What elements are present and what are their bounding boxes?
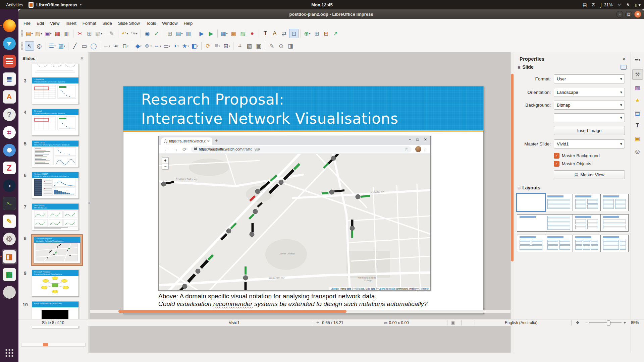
slide-row-4[interactable]: 4ResearchVisualisation Recommender Syste… bbox=[18, 109, 88, 136]
start-from-current-slide-button[interactable]: ▶ bbox=[207, 29, 215, 38]
new-tab-button[interactable]: + bbox=[215, 138, 218, 143]
slide-thumbnail-partial[interactable] bbox=[32, 64, 79, 77]
block-arrows-button[interactable]: ⇔▾ bbox=[153, 42, 162, 50]
browser-minimize-icon[interactable]: − bbox=[409, 137, 411, 142]
copy-button[interactable]: ⊞ bbox=[85, 29, 94, 38]
callout-shapes-button[interactable]: ◖▾ bbox=[172, 42, 180, 50]
layout-title-content-right[interactable] bbox=[600, 235, 629, 252]
toolbar-handle[interactable] bbox=[21, 42, 23, 50]
firefox-launcher[interactable] bbox=[2, 18, 17, 34]
insert-fontwork-button[interactable]: A bbox=[270, 29, 279, 38]
duplicate-slide-button[interactable]: ⊞ bbox=[312, 29, 321, 38]
slide-section-header[interactable]: ⊟Slide bbox=[518, 64, 534, 70]
text-editor-launcher[interactable]: ✎ bbox=[2, 214, 17, 229]
basic-shapes-button[interactable]: ◆▾ bbox=[134, 42, 143, 50]
map-zoom-out-button[interactable]: − bbox=[162, 164, 168, 169]
slide-thumbnail-8[interactable]: Research Proposal:Interactive Network Vi… bbox=[34, 237, 80, 263]
zoom-slider[interactable] bbox=[589, 322, 622, 323]
profile-avatar[interactable] bbox=[415, 146, 421, 152]
layout-centered-text[interactable] bbox=[545, 214, 573, 232]
3d-objects-button[interactable]: ◧▾ bbox=[191, 42, 199, 50]
slide-thumbnail-5[interactable]: Draco (2019)University Washington Intera… bbox=[32, 140, 79, 167]
select-button[interactable]: ↖ bbox=[25, 41, 34, 51]
star-shapes-button[interactable]: ★▾ bbox=[181, 42, 190, 50]
temperature-indicator[interactable]: ⌡ 31% bbox=[600, 2, 613, 7]
styles-tab[interactable]: T bbox=[633, 121, 643, 131]
arrange-objects-button[interactable]: ⊞▾ bbox=[222, 42, 231, 50]
background-dropdown[interactable]: Bitmap▼ bbox=[554, 101, 625, 110]
animation-tab[interactable]: ★ bbox=[633, 95, 643, 105]
libreoffice-writer-launcher[interactable]: ≣ bbox=[2, 71, 17, 87]
window-titlebar[interactable]: postdoc-plan2.odp - LibreOffice Impress … bbox=[18, 9, 644, 19]
layout-title-6content[interactable] bbox=[573, 235, 601, 252]
glue-points-button[interactable]: ⊙ bbox=[277, 42, 285, 50]
maximize-button[interactable]: ◻ bbox=[625, 11, 632, 18]
fill-color-button[interactable]: ▨▾ bbox=[57, 42, 66, 50]
insert-text-box-button[interactable]: T bbox=[261, 29, 270, 38]
save-button[interactable]: ▣▾ bbox=[44, 29, 52, 38]
slide-transition-tab[interactable]: ▧ bbox=[633, 82, 643, 93]
line-color-button[interactable]: ☰▾ bbox=[48, 42, 57, 50]
font-viewer-launcher[interactable]: A bbox=[2, 89, 17, 105]
show-draw-functions-button[interactable]: ⊡ bbox=[289, 29, 299, 38]
slide-row-3[interactable]: 3CommercialVisualisation Recommender Sys… bbox=[18, 77, 88, 104]
redo-button[interactable]: ↷▾ bbox=[130, 29, 139, 38]
slides-panel-close-icon[interactable]: ✕ bbox=[80, 56, 88, 61]
background-bitmap-dropdown[interactable]: ▼ bbox=[554, 113, 625, 122]
delete-slide-button[interactable]: ⊟ bbox=[322, 29, 330, 38]
layout-title-content[interactable] bbox=[545, 194, 573, 211]
slide-thumbnail-3[interactable]: CommercialVisualisation Recommender Syst… bbox=[32, 77, 79, 104]
insert-media-button[interactable]: ▨ bbox=[238, 29, 247, 38]
display-grid-button[interactable]: ⊞ bbox=[165, 29, 174, 38]
rectangle-button[interactable]: ▭ bbox=[80, 42, 89, 50]
transformations-button[interactable]: ⌗ bbox=[235, 42, 244, 50]
slide-title-text[interactable]: Research Proposal: Interactive Network V… bbox=[141, 90, 398, 128]
minimize-button[interactable]: − bbox=[616, 11, 623, 18]
insert-chart-button[interactable]: ● bbox=[248, 29, 257, 38]
clock[interactable]: Mon 12:45 bbox=[311, 2, 333, 7]
back-icon[interactable]: ← bbox=[164, 146, 168, 152]
layout-title-4content[interactable] bbox=[545, 235, 573, 252]
slack-launcher[interactable]: ⌗ bbox=[2, 125, 17, 140]
libreoffice-impress-launcher[interactable]: ◨ bbox=[2, 249, 17, 264]
insert-image-button[interactable]: ▩ bbox=[229, 29, 238, 38]
help-launcher[interactable]: ? bbox=[2, 107, 17, 122]
browser-screenshot[interactable]: https://austrafficwatch.c ✕ + − □ ✕ ← bbox=[158, 136, 431, 291]
slide-caption[interactable]: Above: A domain specific visual notation… bbox=[158, 292, 428, 308]
settings-launcher[interactable]: ⚙ bbox=[2, 231, 17, 247]
libreoffice-calc-launcher[interactable]: ▦ bbox=[2, 267, 17, 282]
undo-button[interactable]: ↶▾ bbox=[120, 29, 129, 38]
slide-canvas[interactable]: Research Proposal: Interactive Network V… bbox=[90, 52, 511, 353]
format-dropdown[interactable]: User▼ bbox=[554, 74, 625, 83]
menu-tools[interactable]: Tools bbox=[143, 19, 159, 27]
menu-format[interactable]: Format bbox=[79, 19, 99, 27]
ellipse-button[interactable]: ◯ bbox=[89, 42, 98, 50]
chromium-launcher[interactable] bbox=[2, 142, 17, 158]
more-options-icon[interactable] bbox=[621, 65, 627, 70]
show-applications-button[interactable] bbox=[5, 349, 14, 357]
reload-icon[interactable]: ⟳ bbox=[182, 146, 186, 152]
activities-button[interactable]: Activities bbox=[3, 2, 26, 7]
zoom-percent-status[interactable]: 85% bbox=[631, 319, 639, 326]
slide-8-editor[interactable]: Research Proposal: Interactive Network V… bbox=[123, 86, 484, 314]
terminal-launcher[interactable]: >_ bbox=[2, 196, 17, 211]
slide-number-status[interactable]: Slide 8 of 10 bbox=[42, 319, 64, 326]
slide-thumbnail-9[interactable]: Research Proposal:Interactive Network Vi… bbox=[32, 270, 79, 297]
menu-slide-show[interactable]: Slide Show bbox=[115, 19, 143, 27]
zoom-in-button[interactable]: + bbox=[624, 319, 626, 326]
forward-icon[interactable]: → bbox=[173, 146, 178, 152]
tab-close-icon[interactable]: ✕ bbox=[207, 139, 210, 143]
slide-title-band[interactable]: Research Proposal: Interactive Network V… bbox=[123, 86, 483, 130]
slide-row-6[interactable]: 6Voyager 2 (2017)University Washington I… bbox=[18, 172, 88, 199]
layout-title-2content[interactable] bbox=[600, 194, 629, 211]
gallery-tab[interactable]: ▣ bbox=[633, 133, 643, 143]
mail-client-launcher[interactable] bbox=[2, 54, 17, 69]
connector-button[interactable]: ⊓▾ bbox=[121, 42, 130, 50]
crop-image-button[interactable]: ▣ bbox=[254, 42, 263, 50]
line-ends-arrow-button[interactable]: →▾ bbox=[102, 42, 111, 50]
align-objects-button[interactable]: ≡▾ bbox=[213, 42, 222, 50]
print-button[interactable]: ▥ bbox=[62, 29, 71, 38]
new-document-button[interactable]: ▤▾ bbox=[25, 29, 34, 38]
fit-slide-icon[interactable]: ✥ bbox=[576, 319, 579, 326]
layout-title-content-2content[interactable] bbox=[573, 194, 601, 211]
